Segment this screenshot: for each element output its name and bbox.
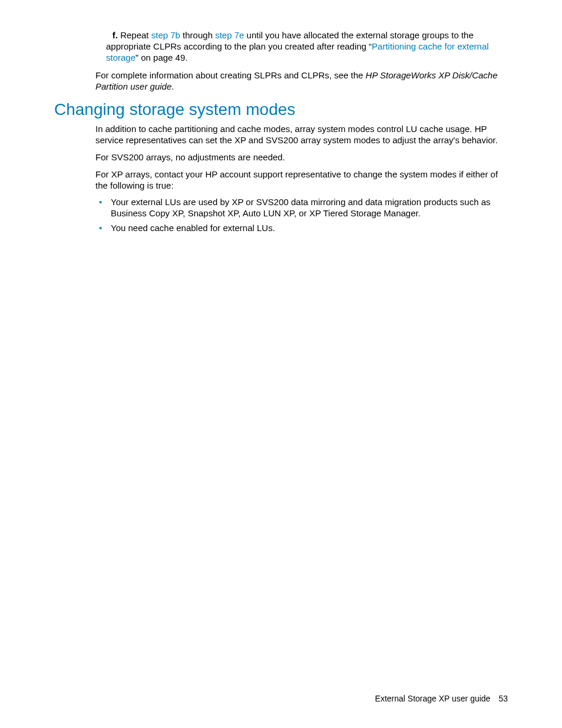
section-heading: Changing storage system modes [54,100,508,119]
step-mid1: through [180,30,215,40]
list-item: Your external LUs are used by XP or SVS2… [107,197,508,219]
closing-paragraph: For complete information about creating … [95,70,508,92]
footer-title: External Storage XP user guide [375,694,491,703]
closing-pre: For complete information about creating … [95,70,366,80]
list-item: You need cache enabled for external LUs. [107,223,508,234]
step-pre: Repeat [120,30,151,40]
step-f-block: f. Repeat step 7b through step 7e until … [106,29,508,64]
closing-post: . [171,81,174,91]
link-step-7e[interactable]: step 7e [215,30,244,40]
link-step-7b[interactable]: step 7b [151,30,180,40]
bullet-list: Your external LUs are used by XP or SVS2… [95,197,508,234]
step-post: ” on page 49. [135,52,187,62]
body-paragraph-1: In addition to cache partitioning and ca… [95,124,508,146]
page-content: f. Repeat step 7b through step 7e until … [54,29,508,238]
body-paragraph-2: For SVS200 arrays, no adjustments are ne… [95,152,508,163]
body-paragraph-3: For XP arrays, contact your HP account s… [95,169,508,192]
page-number: 53 [498,694,508,703]
step-text: Repeat step 7b through step 7e until you… [106,30,489,62]
document-page: f. Repeat step 7b through step 7e until … [0,0,562,728]
page-footer: External Storage XP user guide53 [375,694,508,703]
step-label: f. [104,29,118,41]
